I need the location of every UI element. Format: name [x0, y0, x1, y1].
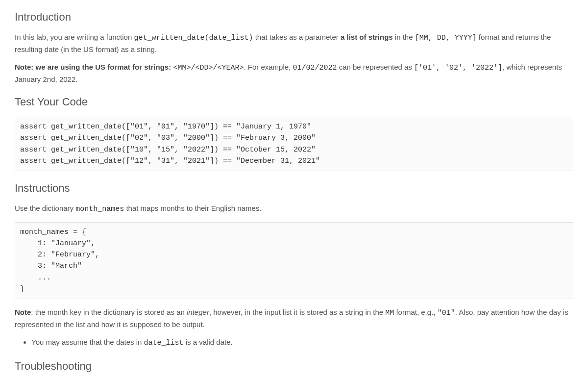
bold-list-of-strings: a list of strings: [341, 33, 393, 41]
text: in the: [393, 33, 415, 41]
text: that takes as a parameter: [253, 33, 341, 41]
intro-paragraph-1: In this lab, you are writing a function …: [15, 32, 573, 55]
instructions-note: Note: the month key in the dictionary is…: [15, 307, 573, 330]
code-example-list: ['01', '02', '2022']: [414, 64, 502, 72]
code-01: "01": [438, 309, 455, 317]
intro-paragraph-2: Note: we are using the US format for str…: [15, 62, 573, 85]
code-date-list: date_list: [144, 339, 184, 347]
code-us-format: <MM>/<DD>/<YEAR>: [173, 64, 244, 72]
code-mm: MM: [385, 309, 394, 317]
code-month-names: month_names: [75, 205, 124, 213]
bold-note: Note: [15, 308, 31, 316]
text: Use the dictionary: [15, 204, 75, 212]
text: is a valid date.: [184, 338, 233, 346]
text: In this lab, you are writing a function: [15, 33, 134, 41]
heading-troubleshooting: Troubleshooting: [15, 358, 573, 374]
code-block-month-names: month_names = { 1: "January", 2: "Februa…: [15, 222, 573, 300]
code-example-date: 01/02/2022: [293, 64, 337, 72]
text: : the month key in the dictionary is sto…: [31, 308, 187, 316]
list-item: You may assume that the dates in date_li…: [31, 337, 573, 349]
heading-introduction: Introduction: [15, 9, 573, 25]
heading-test-your-code: Test Your Code: [15, 94, 573, 110]
bold-note-us-format: Note: we are using the US format for str…: [15, 63, 173, 71]
text: , however, in the input list it is store…: [209, 308, 385, 316]
text: that maps months to their English names.: [124, 204, 261, 212]
text: You may assume that the dates in: [31, 338, 144, 346]
instructions-bullets: You may assume that the dates in date_li…: [15, 337, 573, 349]
em-integer: integer: [187, 308, 209, 316]
code-format: [MM, DD, YYYY]: [415, 34, 477, 42]
text: format, e.g.,: [394, 308, 437, 316]
heading-instructions: Instructions: [15, 180, 573, 196]
instructions-paragraph-1: Use the dictionary month_names that maps…: [15, 203, 573, 215]
text: can be represented as: [337, 63, 414, 71]
code-block-asserts: assert get_written_date(["01", "01", "19…: [15, 117, 573, 171]
text: . For example,: [244, 63, 293, 71]
code-func-signature: get_written_date(date_list): [134, 34, 253, 42]
